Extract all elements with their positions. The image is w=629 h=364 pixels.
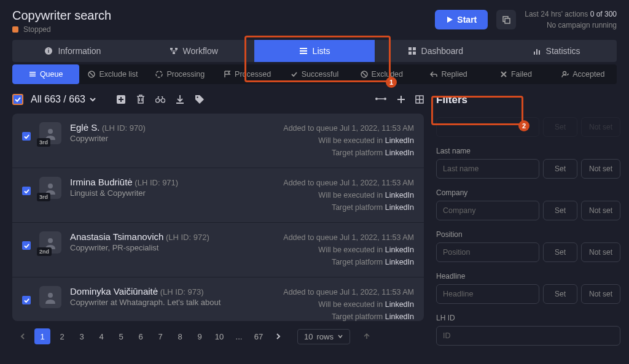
page-2[interactable]: 2 [54, 328, 70, 344]
item-name: Eglė S. [70, 122, 100, 133]
subtab-exclude[interactable]: Exclude list [79, 64, 146, 84]
svg-point-22 [156, 71, 162, 77]
filter-set-button[interactable]: Set [543, 117, 577, 137]
page-9[interactable]: 9 [192, 328, 208, 344]
page-next[interactable] [270, 328, 286, 344]
filter-notset-button[interactable]: Not set [581, 242, 620, 262]
binoculars-icon[interactable] [155, 95, 165, 104]
item-meta: Added to queue Jul 1, 2022, 11:53 AM Wil… [283, 177, 414, 214]
rows-per-page[interactable]: 10rows [297, 329, 350, 344]
start-button[interactable]: Start [435, 10, 488, 29]
subtab-queue[interactable]: Queue [12, 64, 79, 84]
select-all-checkbox[interactable] [12, 94, 23, 105]
svg-rect-7 [300, 48, 307, 49]
item-id: (LH ID: 972) [166, 233, 209, 242]
tab-statistics[interactable]: Statistics [496, 40, 617, 62]
subtab-accepted[interactable]: Accepted [550, 64, 617, 84]
page-8[interactable]: 8 [172, 328, 188, 344]
connector-icon[interactable] [375, 95, 387, 104]
filter-lastname-label: Last name [436, 147, 620, 155]
filter-notset-button[interactable]: Not set [581, 159, 620, 179]
row-checkbox[interactable] [22, 187, 31, 195]
tab-dashboard[interactable]: Dashboard [375, 40, 496, 62]
sub-tabs: Queue Exclude list Processing Processed … [12, 64, 617, 84]
svg-point-28 [161, 99, 165, 103]
page-7[interactable]: 7 [152, 328, 168, 344]
item-meta: Added to queue Jul 1, 2022, 11:53 AM Wil… [283, 231, 414, 268]
filter-notset-button[interactable]: Not set [581, 284, 620, 304]
row-checkbox[interactable] [22, 132, 31, 141]
filter-position-input[interactable] [436, 242, 539, 262]
filter-set-button[interactable]: Set [543, 242, 577, 262]
list-item[interactable]: 3rd Irmina Budriūtė (LH ID: 971) Linguis… [12, 168, 424, 223]
processing-icon [155, 71, 163, 78]
page-5[interactable]: 5 [113, 328, 129, 344]
header: Copywriter search Stopped Start Last 24 … [0, 0, 629, 40]
svg-rect-1 [505, 18, 510, 23]
filter-headline-input[interactable] [436, 284, 539, 304]
avatar: 3rd [39, 122, 61, 144]
svg-rect-9 [300, 53, 307, 54]
tab-workflow[interactable]: Workflow [133, 40, 254, 62]
delete-icon[interactable] [136, 95, 146, 104]
list-item[interactable]: Dominyka Vaičiūnaitė (LH ID: 973) Copywr… [12, 277, 424, 321]
item-name: Irmina Budriūtė [70, 177, 133, 187]
row-checkbox[interactable] [22, 241, 31, 250]
list-container: 3rd Eglė S. (LH ID: 970) Copywriter Adde… [12, 114, 424, 321]
list-item[interactable]: 2nd Anastasia Tsimanovich (LH ID: 972) C… [12, 223, 424, 277]
flag-icon [224, 71, 231, 78]
page-6[interactable]: 6 [133, 328, 149, 344]
svg-point-30 [375, 98, 378, 100]
subtab-successful[interactable]: Successful [281, 64, 348, 84]
filter-lhid-input[interactable] [436, 326, 620, 346]
page-67[interactable]: 67 [251, 328, 267, 344]
duplicate-button[interactable] [496, 10, 516, 29]
filter-company-input[interactable] [436, 201, 539, 220]
filter-notset-button[interactable]: Not set [581, 117, 620, 137]
svg-rect-11 [413, 47, 416, 50]
download-icon[interactable] [175, 95, 185, 104]
tab-information[interactable]: iInformation [12, 40, 133, 62]
page-3[interactable]: 3 [74, 328, 90, 344]
filter-set-button[interactable]: Set [543, 201, 577, 220]
svg-line-24 [362, 72, 366, 77]
plus-icon[interactable] [397, 95, 405, 104]
item-id: (LH ID: 971) [135, 178, 178, 187]
tag-icon[interactable] [195, 95, 205, 104]
page-1[interactable]: 1 [34, 328, 50, 344]
filter-headline-label: Headline [436, 272, 620, 281]
filter-lastname-input[interactable] [436, 159, 539, 179]
avatar: 3rd [39, 177, 61, 199]
list-item[interactable]: 3rd Eglė S. (LH ID: 970) Copywriter Adde… [12, 114, 424, 168]
svg-rect-6 [173, 52, 175, 54]
svg-rect-19 [29, 76, 36, 77]
subtab-replied[interactable]: Replied [415, 64, 482, 84]
subtab-processing[interactable]: Processing [147, 64, 214, 84]
tab-lists[interactable]: Lists [254, 40, 375, 62]
page-4[interactable]: 4 [93, 328, 109, 344]
subtab-excluded[interactable]: Excluded [348, 64, 415, 84]
grid-icon[interactable] [415, 95, 424, 104]
page-...[interactable]: ... [231, 328, 247, 344]
count-dropdown[interactable]: All 663 / 663 [31, 94, 96, 105]
item-subtitle: Copywriter at Whatagraph. Let's talk abo… [70, 298, 275, 307]
ban-icon [361, 71, 368, 78]
subtab-processed[interactable]: Processed [214, 64, 281, 84]
scroll-top[interactable] [359, 328, 375, 344]
item-subtitle: Copywriter [70, 134, 275, 143]
page-prev[interactable] [15, 328, 31, 344]
svg-rect-5 [175, 48, 178, 50]
page-10[interactable]: 10 [211, 328, 227, 344]
row-checkbox[interactable] [22, 296, 31, 304]
svg-rect-4 [170, 48, 173, 50]
filter-set-button[interactable]: Set [543, 284, 577, 304]
subtab-failed[interactable]: Failed [482, 64, 549, 84]
status-text: Stopped [23, 25, 51, 34]
add-icon[interactable] [116, 95, 126, 104]
filter-set-button[interactable]: Set [543, 159, 577, 179]
item-name: Dominyka Vaičiūnaitė [70, 286, 158, 296]
svg-rect-18 [29, 74, 36, 75]
filter-position-label: Position [436, 230, 620, 239]
filter-notset-button[interactable]: Not set [581, 201, 620, 220]
item-subtitle: Linguist & Copywriter [70, 188, 275, 198]
